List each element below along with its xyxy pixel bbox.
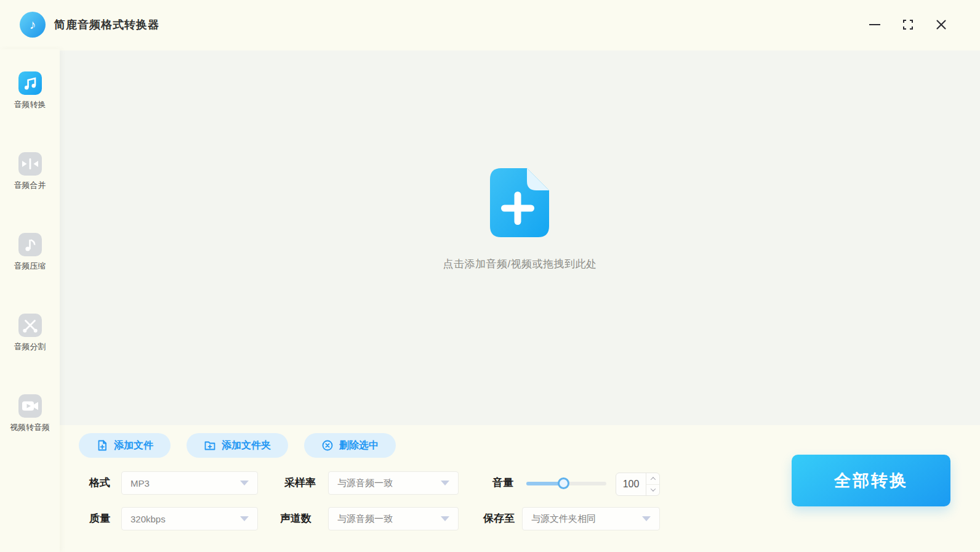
sample-rate-label: 采样率	[284, 471, 316, 495]
sidebar-label: 视频转音频	[10, 422, 50, 433]
chevron-down-icon	[650, 487, 655, 492]
volume-input[interactable]: 100	[616, 473, 660, 496]
sidebar-item-audio-merge[interactable]: 音频合并	[14, 152, 46, 191]
add-file-document-icon	[490, 168, 549, 237]
sidebar-item-audio-compress[interactable]: 音频压缩	[14, 233, 46, 272]
sidebar-label: 音频分割	[14, 341, 46, 352]
convert-all-label: 全部转换	[834, 469, 908, 492]
spinner-down-button[interactable]	[646, 485, 659, 496]
minimize-icon	[869, 24, 880, 25]
audio-compress-icon	[18, 233, 42, 256]
audio-merge-icon	[18, 152, 42, 176]
sidebar-item-audio-convert[interactable]: 音频转换	[14, 71, 46, 110]
video-to-audio-icon	[18, 394, 42, 418]
sidebar: 音频转换 音频合并 音频压缩	[0, 49, 60, 552]
chevron-down-icon	[642, 516, 651, 521]
audio-convert-icon	[18, 71, 42, 95]
sidebar-label: 音频合并	[14, 180, 46, 191]
sidebar-item-video-to-audio[interactable]: 视频转音频	[10, 394, 50, 433]
dropzone-hint: 点击添加音频/视频或拖拽到此处	[443, 257, 596, 271]
maximize-button[interactable]	[901, 18, 915, 31]
app-window: ♪ 简鹿音频格式转换器	[0, 0, 980, 552]
dropzone[interactable]: 点击添加音频/视频或拖拽到此处	[443, 168, 596, 271]
add-folder-label: 添加文件夹	[222, 439, 271, 452]
volume-label: 音量	[492, 471, 513, 495]
audio-split-icon	[18, 314, 42, 337]
app-title: 简鹿音频格式转换器	[54, 17, 159, 32]
convert-all-button[interactable]: 全部转换	[792, 455, 950, 506]
channels-value: 与源音频一致	[337, 513, 393, 525]
close-icon	[936, 19, 947, 30]
volume-value: 100	[616, 473, 646, 495]
spinner-up-button[interactable]	[646, 473, 659, 485]
channels-select[interactable]: 与源音频一致	[328, 507, 459, 530]
save-to-label: 保存至	[483, 507, 515, 530]
chevron-down-icon	[441, 516, 449, 521]
toolbar: 添加文件 添加文件夹 删除选中	[79, 433, 396, 458]
add-file-label: 添加文件	[114, 439, 153, 452]
minimize-button[interactable]	[868, 18, 882, 31]
format-select[interactable]: MP3	[121, 471, 258, 495]
app-logo-icon: ♪	[20, 12, 46, 38]
format-label: 格式	[89, 471, 110, 495]
quality-label: 质量	[89, 507, 110, 530]
sample-rate-value: 与源音频一致	[337, 477, 393, 489]
main-drop-area: 点击添加音频/视频或拖拽到此处	[60, 51, 980, 425]
maximize-icon	[902, 19, 914, 30]
window-controls	[868, 18, 980, 31]
close-button[interactable]	[934, 18, 948, 31]
quality-select[interactable]: 320kbps	[121, 507, 258, 530]
volume-slider-handle[interactable]	[558, 477, 569, 489]
format-value: MP3	[131, 478, 150, 489]
delete-selected-button[interactable]: 删除选中	[304, 433, 396, 458]
add-folder-button[interactable]: 添加文件夹	[187, 433, 288, 458]
add-file-icon	[96, 439, 108, 452]
volume-slider[interactable]	[526, 479, 606, 488]
chevron-up-icon	[650, 477, 655, 482]
music-note-glyph: ♪	[30, 17, 36, 32]
sidebar-label: 音频转换	[14, 99, 46, 110]
chevron-down-icon	[441, 481, 449, 485]
add-folder-icon	[204, 439, 216, 452]
sample-rate-select[interactable]: 与源音频一致	[328, 471, 459, 495]
delete-selected-label: 删除选中	[339, 439, 379, 452]
save-to-value: 与源文件夹相同	[531, 513, 596, 525]
titlebar: ♪ 简鹿音频格式转换器	[0, 0, 980, 49]
chevron-down-icon	[240, 516, 249, 521]
sidebar-label: 音频压缩	[14, 261, 46, 272]
chevron-down-icon	[240, 481, 249, 485]
volume-spinner	[646, 473, 659, 495]
save-to-select[interactable]: 与源文件夹相同	[522, 507, 660, 530]
sidebar-item-audio-split[interactable]: 音频分割	[14, 314, 46, 352]
channels-label: 声道数	[280, 507, 311, 530]
quality-value: 320kbps	[131, 514, 166, 524]
add-file-button[interactable]: 添加文件	[79, 433, 171, 458]
delete-circle-icon	[321, 439, 334, 452]
